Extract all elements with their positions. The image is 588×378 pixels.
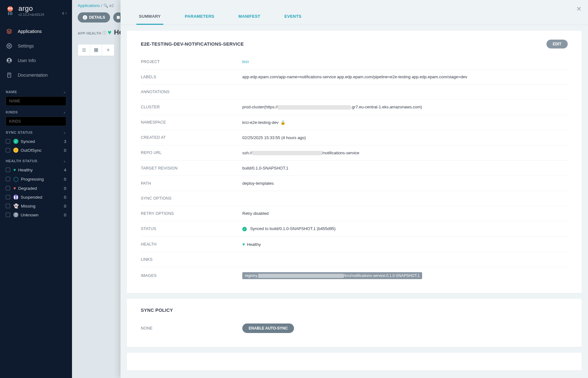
field-label: HEALTH — [141, 242, 242, 247]
book-icon — [6, 72, 13, 79]
edit-button[interactable]: EDIT — [546, 40, 568, 48]
filter-healthstatus-head: HEALTH STATUS — [6, 159, 37, 163]
arrow-up-circle-icon: ↑ — [13, 148, 18, 153]
field-label: TARGET REVISION — [141, 166, 242, 170]
filter-item-label: Healthy — [18, 168, 33, 172]
field-label: CLUSTER — [141, 105, 242, 109]
nav-settings[interactable]: Settings — [0, 39, 72, 53]
filter-item-label: Unknown — [21, 213, 38, 217]
checkbox-icon[interactable] — [6, 168, 10, 172]
nav-userinfo[interactable]: User Info — [0, 53, 72, 68]
field-label: CREATED AT — [141, 135, 242, 140]
sidebar: argo v2.13.2+dc43124 Applications Settin… — [0, 0, 72, 378]
details-button-label: DETAILS — [89, 15, 105, 20]
filter-name-input[interactable] — [6, 96, 66, 106]
breadcrumb-search: e2 — [109, 3, 114, 8]
caret-up-icon[interactable]: ▲ — [63, 131, 66, 134]
health-degraded-row[interactable]: ♥ Degraded 0 — [6, 184, 66, 193]
filter-item-label: Suspended — [21, 195, 42, 200]
nav-label: User Info — [18, 58, 36, 63]
help-circle-icon[interactable]: ⓘ — [102, 30, 107, 36]
filter-item-count: 4 — [64, 168, 66, 172]
retry-value: Retry disabled — [242, 211, 568, 216]
nav-documentation[interactable]: Documentation — [0, 68, 72, 82]
health-unknown-row[interactable]: ? Unknown 0 — [6, 210, 66, 219]
repourl-value: ssh:///notifications-service — [242, 151, 568, 156]
sync-outofsync-row[interactable]: ↑ OutOfSync 0 — [6, 146, 66, 155]
svg-rect-7 — [11, 12, 12, 15]
heart-icon: ♥ — [242, 242, 245, 247]
pods-view-button[interactable] — [90, 44, 102, 56]
checkbox-icon[interactable] — [6, 213, 10, 217]
nav-label: Applications — [18, 29, 42, 34]
namespace-value: krci-e2e-testing-dev🔒 — [242, 120, 568, 125]
caret-up-icon[interactable]: ▲ — [63, 159, 66, 163]
filter-item-count: 0 — [64, 148, 66, 153]
checkbox-icon[interactable] — [6, 204, 10, 208]
close-button[interactable]: ✕ — [576, 5, 582, 13]
svg-rect-6 — [10, 12, 10, 15]
nav-label: Settings — [18, 43, 34, 48]
svg-rect-22 — [96, 50, 98, 52]
caret-up-icon[interactable]: ▲ — [63, 90, 66, 94]
checkbox-icon[interactable] — [6, 177, 10, 181]
svg-point-11 — [8, 59, 10, 61]
tab-events[interactable]: EVENTS — [282, 14, 304, 25]
filter-syncstatus-head: SYNC STATUS — [6, 131, 33, 134]
project-link[interactable]: krci — [242, 59, 249, 64]
details-button[interactable]: i DETAILS — [78, 12, 110, 22]
filter-item-count: 0 — [64, 195, 66, 200]
tab-manifest[interactable]: MANIFEST — [236, 14, 263, 25]
tab-parameters[interactable]: PARAMETERS — [182, 14, 217, 25]
filter-item-label: Progressing — [21, 177, 44, 182]
heart-icon: ♥ — [13, 167, 16, 172]
tab-summary[interactable]: SUMMARY — [136, 14, 163, 25]
argo-logo-icon — [5, 5, 15, 16]
health-healthy-row[interactable]: ♥ Healthy 4 — [6, 165, 66, 174]
zoom-in-button[interactable]: + — [102, 44, 114, 56]
search-icon: 🔍 — [103, 3, 108, 8]
filter-item-count: 3 — [64, 139, 66, 144]
lock-icon: 🔒 — [280, 120, 285, 125]
sync-synced-row[interactable]: ✓ Synced 3 — [6, 137, 66, 146]
svg-rect-15 — [117, 16, 120, 19]
tree-view-button[interactable] — [78, 44, 90, 56]
collapse-sidebar-icon[interactable] — [61, 11, 68, 17]
checkbox-icon[interactable] — [6, 139, 10, 144]
field-label: ANNOTATIONS — [141, 90, 242, 94]
svg-rect-20 — [96, 48, 98, 50]
user-circle-icon — [6, 57, 13, 64]
field-label: RETRY OPTIONS — [141, 211, 242, 216]
question-circle-icon: ? — [13, 212, 18, 217]
svg-rect-21 — [94, 50, 96, 52]
summary-card: E2E-TESTING-DEV-NOTIFICATIONS-SERVICE ED… — [127, 31, 582, 293]
nav-label: Documentation — [18, 73, 48, 78]
health-suspended-row[interactable]: ❚❚ Suspended 0 — [6, 193, 66, 202]
check-circle-icon: ✓ — [242, 227, 247, 231]
status-value: ✓ Synced to build/0.1.0-SNAPSHOT.1 (b455… — [242, 226, 568, 231]
health-progressing-row[interactable]: ◯ Progressing 0 — [6, 174, 66, 184]
layers-icon — [6, 28, 13, 35]
apphealth-label: APP HEALTH ⓘ — [78, 30, 107, 36]
field-label: LINKS — [141, 257, 242, 262]
filter-kinds-head: KINDS — [6, 110, 18, 114]
field-label: REPO URL — [141, 151, 242, 155]
field-label: PATH — [141, 181, 242, 186]
check-circle-icon: ✓ — [13, 139, 18, 144]
enable-autosync-button[interactable]: ENABLE AUTO-SYNC — [242, 324, 294, 333]
caret-up-icon[interactable]: ▲ — [63, 111, 66, 114]
breadcrumb-root[interactable]: Applications — [78, 3, 100, 8]
nav-applications[interactable]: Applications — [0, 24, 72, 39]
field-label: STATUS — [141, 227, 242, 231]
checkbox-icon[interactable] — [6, 186, 10, 190]
svg-point-3 — [8, 8, 9, 9]
svg-point-9 — [9, 45, 10, 47]
heart-icon: ♥ — [108, 29, 111, 36]
field-label: LABELS — [141, 75, 242, 79]
health-missing-row[interactable]: 👻 Missing 0 — [6, 202, 66, 210]
details-panel: ✕ SUMMARY PARAMETERS MANIFEST EVENTS E2E… — [121, 0, 588, 378]
labels-value: app.edp.epam.com/app-name=notifications-… — [242, 74, 568, 79]
checkbox-icon[interactable] — [6, 195, 10, 199]
filter-kinds-input[interactable] — [6, 117, 66, 126]
checkbox-icon[interactable] — [6, 148, 10, 152]
